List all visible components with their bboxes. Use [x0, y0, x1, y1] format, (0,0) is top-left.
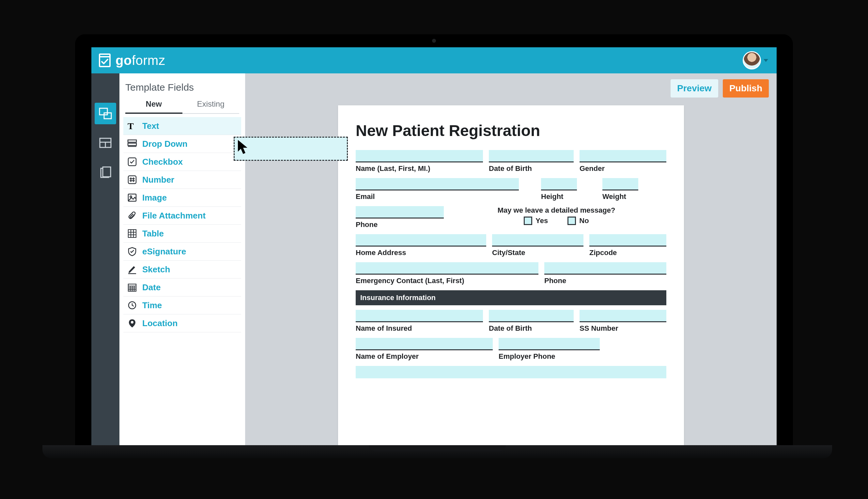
input-ssn[interactable]	[580, 310, 666, 322]
laptop-frame: goformz	[43, 34, 825, 484]
svg-rect-1	[99, 108, 107, 115]
input-weight[interactable]	[602, 178, 638, 191]
input-home-address[interactable]	[356, 234, 486, 246]
field-label: Drop Down	[142, 139, 188, 149]
field-checkbox[interactable]: Checkbox	[123, 153, 241, 171]
table-icon	[126, 228, 138, 239]
input-height[interactable]	[541, 178, 577, 191]
input-dob[interactable]	[489, 150, 574, 162]
input-gender[interactable]	[580, 150, 666, 162]
publish-button[interactable]: Publish	[723, 79, 769, 98]
label-ssn: SS Number	[580, 322, 666, 333]
field-dropdown[interactable]: Drop Down	[123, 135, 241, 153]
field-label: Location	[142, 318, 178, 328]
label-no: No	[579, 217, 589, 225]
user-menu[interactable]	[743, 51, 768, 70]
label-emergency-phone: Phone	[544, 275, 666, 285]
checkbox-yes[interactable]: Yes	[524, 217, 548, 225]
field-date[interactable]: Date	[123, 279, 241, 296]
panel-title: Template Fields	[119, 73, 245, 96]
image-icon	[126, 192, 138, 203]
form-document[interactable]: New Patient Registration Name (Last, Fir…	[338, 105, 684, 445]
field-label: Image	[142, 193, 167, 203]
field-file-attachment[interactable]: File Attachment	[123, 207, 241, 225]
field-label: Time	[142, 300, 162, 311]
dropdown-icon	[126, 138, 138, 149]
input-emergency-phone[interactable]	[544, 262, 666, 275]
label-email: Email	[356, 191, 519, 201]
label-zipcode: Zipcode	[589, 246, 666, 257]
avatar	[743, 51, 761, 70]
input-extra[interactable]	[356, 366, 666, 378]
section-insurance: Insurance Information	[356, 290, 666, 305]
laptop-screen-frame: goformz	[75, 34, 793, 445]
laptop-camera	[432, 39, 436, 43]
label-phone: Phone	[356, 219, 444, 229]
location-pin-icon	[126, 318, 138, 329]
input-insured-dob[interactable]	[489, 310, 574, 322]
field-label: Number	[142, 175, 174, 185]
field-text[interactable]: T Text	[123, 117, 241, 135]
field-sketch[interactable]: Sketch	[123, 260, 241, 279]
label-insured-name: Name of Insured	[356, 322, 483, 333]
field-table[interactable]: Table	[123, 225, 241, 243]
field-time[interactable]: Time	[123, 296, 241, 314]
svg-rect-6	[128, 140, 136, 142]
label-home-address: Home Address	[356, 246, 486, 257]
svg-rect-7	[128, 143, 136, 145]
field-label: Checkbox	[142, 157, 183, 167]
input-insured-name[interactable]	[356, 310, 483, 322]
checkbox-icon	[126, 156, 138, 167]
brand-wordmark: goformz	[116, 53, 165, 68]
svg-rect-0	[99, 54, 110, 66]
drag-ghost	[234, 137, 348, 161]
label-insured-dob: Date of Birth	[489, 322, 574, 333]
field-list: T Text Drop Down	[119, 114, 245, 336]
svg-text:T: T	[128, 121, 134, 131]
app-screen: goformz	[92, 47, 776, 445]
input-name[interactable]	[356, 150, 483, 162]
attachment-icon	[126, 210, 138, 221]
svg-rect-9	[128, 176, 136, 184]
field-esignature[interactable]: eSignature	[123, 243, 241, 260]
rail-template-editor[interactable]	[95, 103, 116, 124]
rail-pages[interactable]	[95, 161, 116, 183]
field-number[interactable]: Number	[123, 171, 241, 189]
field-location[interactable]: Location	[123, 314, 241, 332]
label-height: Height	[541, 191, 577, 201]
field-image[interactable]: Image	[123, 189, 241, 207]
text-icon: T	[126, 120, 138, 132]
label-weight: Weight	[602, 191, 638, 201]
svg-point-15	[131, 321, 133, 324]
editor-stage: Preview Publish New Patient Registration…	[245, 73, 776, 445]
brand[interactable]: goformz	[97, 53, 165, 68]
label-employer-phone: Employer Phone	[498, 350, 600, 361]
input-phone[interactable]	[356, 206, 444, 219]
label-message-question: May we leave a detailed message?	[450, 206, 663, 215]
input-city-state[interactable]	[492, 234, 583, 246]
nav-rail	[92, 73, 119, 445]
tab-existing[interactable]: Existing	[182, 96, 240, 114]
label-city-state: City/State	[492, 246, 583, 257]
label-dob: Date of Birth	[489, 162, 574, 173]
label-gender: Gender	[580, 162, 666, 173]
label-yes: Yes	[535, 217, 548, 225]
input-employer-name[interactable]	[356, 338, 493, 350]
input-zipcode[interactable]	[589, 234, 666, 246]
laptop-body	[43, 445, 832, 458]
field-label: Date	[142, 282, 160, 293]
label-name: Name (Last, First, MI.)	[356, 162, 483, 173]
checkbox-no[interactable]: No	[567, 217, 589, 225]
topbar: goformz	[92, 47, 776, 73]
document-title: New Patient Registration	[356, 122, 666, 139]
chevron-down-icon	[763, 59, 768, 62]
tab-new[interactable]: New	[125, 96, 182, 114]
label-emergency-contact: Emergency Contact (Last, First)	[356, 275, 539, 285]
preview-button[interactable]: Preview	[671, 79, 718, 98]
rail-layout[interactable]	[95, 132, 116, 154]
input-emergency-contact[interactable]	[356, 262, 539, 275]
panel-tabs: New Existing	[119, 96, 245, 114]
field-label: File Attachment	[142, 211, 206, 221]
input-email[interactable]	[356, 178, 519, 191]
input-employer-phone[interactable]	[498, 338, 600, 350]
